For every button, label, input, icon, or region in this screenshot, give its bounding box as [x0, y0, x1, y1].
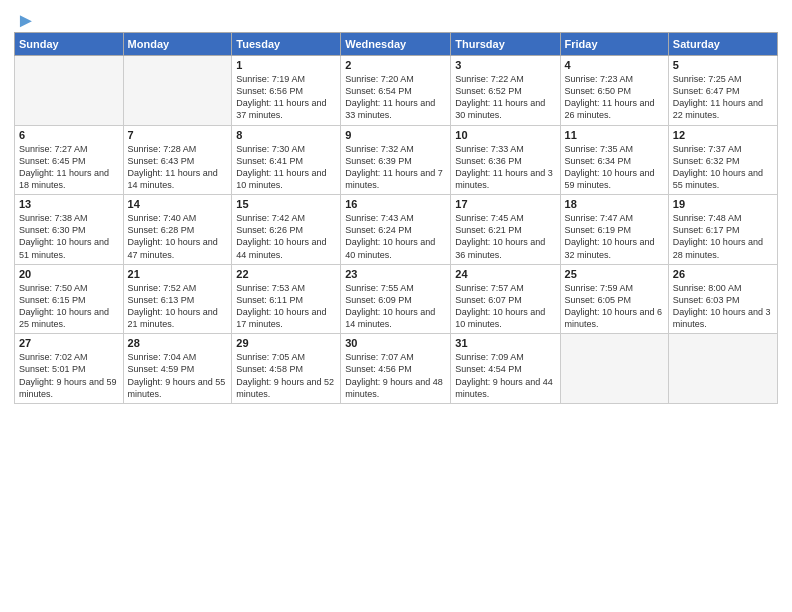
- calendar-cell: 30Sunrise: 7:07 AM Sunset: 4:56 PM Dayli…: [341, 334, 451, 404]
- calendar-cell: 23Sunrise: 7:55 AM Sunset: 6:09 PM Dayli…: [341, 264, 451, 334]
- day-number: 5: [673, 59, 773, 71]
- calendar-cell: 10Sunrise: 7:33 AM Sunset: 6:36 PM Dayli…: [451, 125, 560, 195]
- day-detail: Sunrise: 7:32 AM Sunset: 6:39 PM Dayligh…: [345, 143, 446, 192]
- calendar-cell: 2Sunrise: 7:20 AM Sunset: 6:54 PM Daylig…: [341, 56, 451, 126]
- day-number: 3: [455, 59, 555, 71]
- day-number: 17: [455, 198, 555, 210]
- day-detail: Sunrise: 7:48 AM Sunset: 6:17 PM Dayligh…: [673, 212, 773, 261]
- calendar-cell: 12Sunrise: 7:37 AM Sunset: 6:32 PM Dayli…: [668, 125, 777, 195]
- day-detail: Sunrise: 7:19 AM Sunset: 6:56 PM Dayligh…: [236, 73, 336, 122]
- logo: ►: [14, 10, 36, 26]
- day-number: 25: [565, 268, 664, 280]
- calendar-week-row: 13Sunrise: 7:38 AM Sunset: 6:30 PM Dayli…: [15, 195, 778, 265]
- day-detail: Sunrise: 7:55 AM Sunset: 6:09 PM Dayligh…: [345, 282, 446, 331]
- calendar-cell: 9Sunrise: 7:32 AM Sunset: 6:39 PM Daylig…: [341, 125, 451, 195]
- weekday-header-monday: Monday: [123, 33, 232, 56]
- day-detail: Sunrise: 7:07 AM Sunset: 4:56 PM Dayligh…: [345, 351, 446, 400]
- weekday-header-sunday: Sunday: [15, 33, 124, 56]
- day-detail: Sunrise: 7:47 AM Sunset: 6:19 PM Dayligh…: [565, 212, 664, 261]
- day-detail: Sunrise: 7:22 AM Sunset: 6:52 PM Dayligh…: [455, 73, 555, 122]
- calendar-cell: 24Sunrise: 7:57 AM Sunset: 6:07 PM Dayli…: [451, 264, 560, 334]
- day-detail: Sunrise: 7:57 AM Sunset: 6:07 PM Dayligh…: [455, 282, 555, 331]
- day-detail: Sunrise: 7:35 AM Sunset: 6:34 PM Dayligh…: [565, 143, 664, 192]
- day-number: 12: [673, 129, 773, 141]
- calendar-cell: 13Sunrise: 7:38 AM Sunset: 6:30 PM Dayli…: [15, 195, 124, 265]
- day-detail: Sunrise: 7:05 AM Sunset: 4:58 PM Dayligh…: [236, 351, 336, 400]
- day-number: 20: [19, 268, 119, 280]
- header: ►: [14, 10, 778, 26]
- calendar-cell: [123, 56, 232, 126]
- calendar-week-row: 27Sunrise: 7:02 AM Sunset: 5:01 PM Dayli…: [15, 334, 778, 404]
- day-detail: Sunrise: 7:45 AM Sunset: 6:21 PM Dayligh…: [455, 212, 555, 261]
- day-detail: Sunrise: 7:30 AM Sunset: 6:41 PM Dayligh…: [236, 143, 336, 192]
- day-detail: Sunrise: 7:38 AM Sunset: 6:30 PM Dayligh…: [19, 212, 119, 261]
- calendar-cell: 7Sunrise: 7:28 AM Sunset: 6:43 PM Daylig…: [123, 125, 232, 195]
- calendar-cell: 14Sunrise: 7:40 AM Sunset: 6:28 PM Dayli…: [123, 195, 232, 265]
- day-number: 26: [673, 268, 773, 280]
- calendar-cell: [668, 334, 777, 404]
- day-detail: Sunrise: 7:53 AM Sunset: 6:11 PM Dayligh…: [236, 282, 336, 331]
- calendar-cell: 26Sunrise: 8:00 AM Sunset: 6:03 PM Dayli…: [668, 264, 777, 334]
- day-detail: Sunrise: 7:59 AM Sunset: 6:05 PM Dayligh…: [565, 282, 664, 331]
- weekday-header-saturday: Saturday: [668, 33, 777, 56]
- day-detail: Sunrise: 8:00 AM Sunset: 6:03 PM Dayligh…: [673, 282, 773, 331]
- day-number: 18: [565, 198, 664, 210]
- day-detail: Sunrise: 7:28 AM Sunset: 6:43 PM Dayligh…: [128, 143, 228, 192]
- weekday-header-thursday: Thursday: [451, 33, 560, 56]
- day-detail: Sunrise: 7:25 AM Sunset: 6:47 PM Dayligh…: [673, 73, 773, 122]
- calendar-cell: 1Sunrise: 7:19 AM Sunset: 6:56 PM Daylig…: [232, 56, 341, 126]
- day-number: 4: [565, 59, 664, 71]
- day-number: 1: [236, 59, 336, 71]
- calendar-cell: 21Sunrise: 7:52 AM Sunset: 6:13 PM Dayli…: [123, 264, 232, 334]
- day-number: 10: [455, 129, 555, 141]
- calendar-cell: 18Sunrise: 7:47 AM Sunset: 6:19 PM Dayli…: [560, 195, 668, 265]
- weekday-header-wednesday: Wednesday: [341, 33, 451, 56]
- calendar-cell: 20Sunrise: 7:50 AM Sunset: 6:15 PM Dayli…: [15, 264, 124, 334]
- calendar-cell: 29Sunrise: 7:05 AM Sunset: 4:58 PM Dayli…: [232, 334, 341, 404]
- day-detail: Sunrise: 7:23 AM Sunset: 6:50 PM Dayligh…: [565, 73, 664, 122]
- day-number: 16: [345, 198, 446, 210]
- day-number: 14: [128, 198, 228, 210]
- day-detail: Sunrise: 7:04 AM Sunset: 4:59 PM Dayligh…: [128, 351, 228, 400]
- calendar-cell: 15Sunrise: 7:42 AM Sunset: 6:26 PM Dayli…: [232, 195, 341, 265]
- day-number: 27: [19, 337, 119, 349]
- day-number: 21: [128, 268, 228, 280]
- calendar-cell: 3Sunrise: 7:22 AM Sunset: 6:52 PM Daylig…: [451, 56, 560, 126]
- calendar-cell: 19Sunrise: 7:48 AM Sunset: 6:17 PM Dayli…: [668, 195, 777, 265]
- calendar-cell: 5Sunrise: 7:25 AM Sunset: 6:47 PM Daylig…: [668, 56, 777, 126]
- day-number: 24: [455, 268, 555, 280]
- day-number: 28: [128, 337, 228, 349]
- calendar-cell: [560, 334, 668, 404]
- calendar-cell: 31Sunrise: 7:09 AM Sunset: 4:54 PM Dayli…: [451, 334, 560, 404]
- calendar-week-row: 20Sunrise: 7:50 AM Sunset: 6:15 PM Dayli…: [15, 264, 778, 334]
- day-detail: Sunrise: 7:20 AM Sunset: 6:54 PM Dayligh…: [345, 73, 446, 122]
- calendar-table: SundayMondayTuesdayWednesdayThursdayFrid…: [14, 32, 778, 404]
- day-number: 31: [455, 337, 555, 349]
- day-number: 13: [19, 198, 119, 210]
- day-number: 30: [345, 337, 446, 349]
- day-detail: Sunrise: 7:40 AM Sunset: 6:28 PM Dayligh…: [128, 212, 228, 261]
- calendar-cell: 28Sunrise: 7:04 AM Sunset: 4:59 PM Dayli…: [123, 334, 232, 404]
- day-number: 6: [19, 129, 119, 141]
- calendar-week-row: 6Sunrise: 7:27 AM Sunset: 6:45 PM Daylig…: [15, 125, 778, 195]
- page-container: ► SundayMondayTuesdayWednesdayThursdayFr…: [0, 0, 792, 410]
- logo-bird-icon: ►: [16, 10, 36, 30]
- day-number: 22: [236, 268, 336, 280]
- day-detail: Sunrise: 7:42 AM Sunset: 6:26 PM Dayligh…: [236, 212, 336, 261]
- day-number: 23: [345, 268, 446, 280]
- day-number: 9: [345, 129, 446, 141]
- day-detail: Sunrise: 7:50 AM Sunset: 6:15 PM Dayligh…: [19, 282, 119, 331]
- day-detail: Sunrise: 7:02 AM Sunset: 5:01 PM Dayligh…: [19, 351, 119, 400]
- day-detail: Sunrise: 7:43 AM Sunset: 6:24 PM Dayligh…: [345, 212, 446, 261]
- day-number: 11: [565, 129, 664, 141]
- day-detail: Sunrise: 7:33 AM Sunset: 6:36 PM Dayligh…: [455, 143, 555, 192]
- calendar-cell: [15, 56, 124, 126]
- calendar-cell: 22Sunrise: 7:53 AM Sunset: 6:11 PM Dayli…: [232, 264, 341, 334]
- day-number: 29: [236, 337, 336, 349]
- calendar-cell: 25Sunrise: 7:59 AM Sunset: 6:05 PM Dayli…: [560, 264, 668, 334]
- calendar-cell: 16Sunrise: 7:43 AM Sunset: 6:24 PM Dayli…: [341, 195, 451, 265]
- weekday-header-friday: Friday: [560, 33, 668, 56]
- day-detail: Sunrise: 7:37 AM Sunset: 6:32 PM Dayligh…: [673, 143, 773, 192]
- calendar-cell: 6Sunrise: 7:27 AM Sunset: 6:45 PM Daylig…: [15, 125, 124, 195]
- calendar-cell: 11Sunrise: 7:35 AM Sunset: 6:34 PM Dayli…: [560, 125, 668, 195]
